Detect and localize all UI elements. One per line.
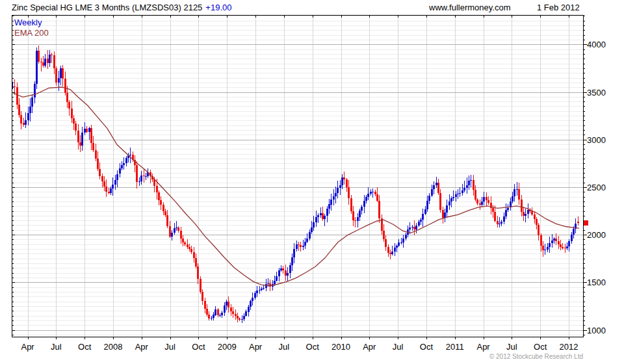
ema-legend-label: EMA 200 (14, 28, 49, 38)
x-axis-label: Apr (127, 342, 156, 352)
price-chart-svg (0, 0, 637, 364)
x-axis-label: 2010 (327, 342, 356, 352)
x-axis-label: Jul (42, 342, 70, 352)
y-axis-label: 1500 (587, 278, 606, 287)
x-axis-label: Jul (384, 342, 412, 352)
x-axis-label: 2012 (554, 342, 583, 352)
x-axis-label: Oct (298, 342, 327, 352)
x-axis-label: Apr (469, 342, 498, 352)
x-axis-label: 2008 (99, 342, 127, 352)
x-axis-label: Apr (14, 342, 42, 352)
copyright-label: © 2012 Stockcube Research Ltd (390, 353, 583, 360)
x-axis-label: Apr (355, 342, 384, 352)
y-axis-label: 1000 (587, 326, 606, 335)
x-axis-label: Jul (156, 342, 185, 352)
x-axis-label: 2009 (213, 342, 241, 352)
y-axis-label: 3000 (587, 135, 606, 145)
y-axis-label: 3500 (587, 88, 606, 98)
x-axis-label: Oct (412, 342, 441, 352)
x-axis-label: Apr (241, 342, 270, 352)
y-axis-label: 4000 (587, 40, 606, 49)
x-axis-label: Oct (184, 342, 213, 352)
x-axis-label: Oct (526, 342, 554, 352)
y-axis-label: 2000 (587, 230, 606, 240)
x-axis-label: 2011 (441, 342, 469, 352)
timeframe-label: Weekly (14, 18, 42, 27)
x-axis-label: Oct (70, 342, 99, 352)
y-axis-label: 2500 (587, 183, 606, 192)
x-axis-label: Jul (270, 342, 298, 352)
x-axis-label: Jul (497, 342, 526, 352)
